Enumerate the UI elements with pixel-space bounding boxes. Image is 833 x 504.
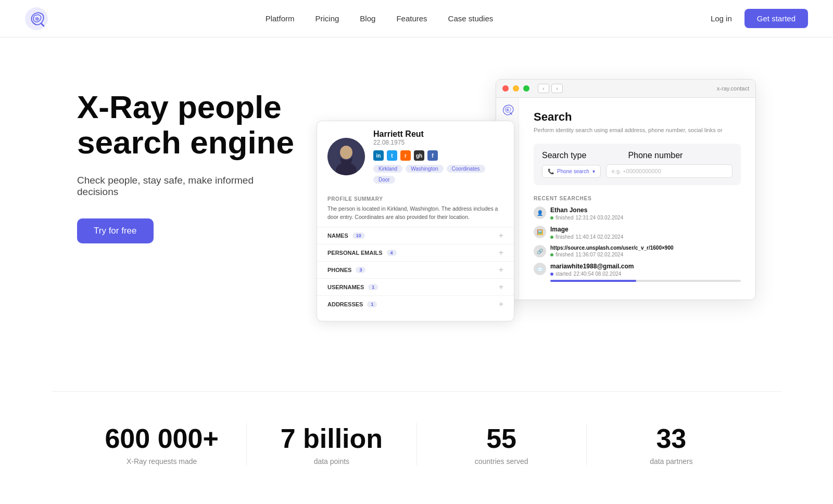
- progress-bar-3: [550, 280, 741, 282]
- progress-fill-3: [550, 280, 636, 282]
- navbar: Platform Pricing Blog Features Case stud…: [0, 0, 833, 37]
- recent-info-3: mariawhite1988@gmail.com started 22:40:5…: [550, 263, 741, 282]
- stat-number-0: 600 000+: [98, 423, 225, 454]
- profile-row-0: NAMES 10 +: [317, 227, 514, 244]
- expand-icon-3[interactable]: +: [499, 282, 503, 292]
- profile-info: Harriett Reut 22.08.1975 in t r gh f Kir…: [373, 130, 503, 184]
- nav-links: Platform Pricing Blog Features Case stud…: [266, 14, 494, 23]
- status-dot-0: [550, 216, 553, 219]
- login-link[interactable]: Log in: [711, 14, 732, 23]
- profile-name: Harriett Reut: [373, 130, 503, 139]
- status-dot-1: [550, 236, 553, 239]
- profile-dob: 22.08.1975: [373, 139, 503, 146]
- profile-summary-text: The person is located in Kirkland, Washi…: [317, 202, 514, 225]
- recent-info-2: https://source.unsplash.com/user/c_v_r/1…: [550, 245, 741, 257]
- profile-row-2: PHONES 3 +: [317, 261, 514, 278]
- phone-number-label: Phone number: [628, 151, 683, 160]
- nav-platform[interactable]: Platform: [266, 14, 295, 23]
- nav-pricing[interactable]: Pricing: [315, 14, 339, 23]
- expand-icon-0[interactable]: +: [499, 231, 503, 240]
- browser-bar: ‹ › x-ray.contact: [496, 80, 755, 98]
- browser-main: Search Perform identity search using ema…: [519, 98, 755, 300]
- recent-status-3: started 22:40:54 08.02.2024: [550, 271, 741, 277]
- profile-badge-2: 3: [356, 267, 365, 273]
- hero-screenshot: ‹ › x-ray.contact 🔍 ⚙: [317, 79, 756, 360]
- phone-search-label: Phone search: [557, 169, 589, 174]
- recent-status-0: finished 12:31:24 03.02.2024: [550, 215, 741, 221]
- profile-tags: Kirkland Washington Coordinates Door: [373, 165, 503, 184]
- profile-row-1: PERSONAL EMAILS 4 +: [317, 244, 514, 261]
- recent-avatar-0: 👤: [534, 206, 546, 219]
- tag-1: Washington: [406, 165, 443, 173]
- profile-row-3: USERNAMES 1 +: [317, 278, 514, 295]
- stat-label-3: data partners: [608, 457, 735, 466]
- search-title: Search: [534, 110, 741, 124]
- stat-2: 55 countries served: [417, 423, 587, 466]
- recent-name-3: mariawhite1988@gmail.com: [550, 263, 741, 270]
- profile-row-label-2: PHONES 3: [327, 267, 365, 273]
- profile-badge-3: 1: [368, 284, 378, 290]
- status-dot-2: [550, 253, 553, 256]
- stat-label-1: data points: [268, 457, 395, 466]
- stat-label-2: countries served: [438, 457, 565, 466]
- get-started-button[interactable]: Get started: [744, 9, 808, 28]
- twitter-icon: t: [387, 150, 397, 161]
- browser-dot-yellow: [513, 85, 519, 92]
- recent-searches-label: RECENT SEARCHES: [534, 196, 741, 201]
- phone-number-input[interactable]: e.g. +00000000000: [606, 164, 733, 178]
- linkedin-icon: in: [373, 150, 384, 161]
- expand-icon-2[interactable]: +: [499, 265, 503, 275]
- nav-case-studies[interactable]: Case studies: [448, 14, 494, 23]
- stat-1: 7 billion data points: [247, 423, 416, 466]
- browser-forward-btn: ›: [551, 84, 563, 93]
- search-form: Search type Phone number 📞 Phone search …: [534, 144, 741, 185]
- nav-blog[interactable]: Blog: [360, 14, 375, 23]
- profile-badge-1: 4: [387, 250, 397, 256]
- profile-row-label-0: NAMES 10: [327, 232, 365, 239]
- hero-title: X-Ray people search engine: [77, 89, 296, 160]
- profile-row-label-3: USERNAMES 1: [327, 284, 378, 290]
- browser-url: x-ray.contact: [717, 85, 749, 92]
- stat-number-3: 33: [608, 423, 735, 454]
- tag-3: Door: [373, 176, 395, 184]
- stat-number-1: 7 billion: [268, 423, 395, 454]
- stat-3: 33 data partners: [587, 423, 756, 466]
- recent-item-3: ✉️ mariawhite1988@gmail.com started 22:4…: [534, 263, 741, 282]
- browser-dot-red: [502, 85, 509, 92]
- nav-features[interactable]: Features: [396, 14, 427, 23]
- browser-dot-green: [523, 85, 529, 92]
- hero-section: X-Ray people search engine Check people,…: [52, 37, 781, 391]
- status-dot-3: [550, 273, 553, 276]
- profile-row-label-4: ADDRESSES 1: [327, 301, 377, 307]
- hero-left: X-Ray people search engine Check people,…: [77, 79, 296, 243]
- sidebar-logo: [501, 104, 514, 119]
- nav-right: Log in Get started: [711, 9, 808, 28]
- browser-window: ‹ › x-ray.contact 🔍 ⚙: [496, 79, 756, 300]
- search-desc: Perform identity search using email addr…: [534, 127, 741, 133]
- expand-icon-4[interactable]: +: [499, 300, 503, 309]
- recent-status-1: finished 11:40:14 02.02.2024: [550, 234, 741, 240]
- try-for-free-button[interactable]: Try for free: [77, 218, 154, 243]
- recent-avatar-2: 🔗: [534, 245, 546, 257]
- github-icon: gh: [414, 150, 424, 161]
- stats-section: 600 000+ X-Ray requests made 7 billion d…: [0, 391, 833, 497]
- search-type-select[interactable]: 📞 Phone search ▾: [542, 165, 601, 178]
- svg-point-2: [506, 109, 509, 111]
- recent-avatar-3: ✉️: [534, 263, 546, 275]
- svg-point-5: [340, 146, 352, 159]
- search-form-inputs: 📞 Phone search ▾ e.g. +00000000000: [542, 164, 733, 178]
- profile-badge-4: 1: [367, 301, 377, 307]
- profile-badge-0: 10: [352, 232, 365, 239]
- stats-grid: 600 000+ X-Ray requests made 7 billion d…: [52, 391, 781, 497]
- recent-name-1: Image: [550, 226, 741, 233]
- profile-row-label-1: PERSONAL EMAILS 4: [327, 250, 397, 256]
- search-form-labels: Search type Phone number: [542, 151, 733, 160]
- profile-header: Harriett Reut 22.08.1975 in t r gh f Kir…: [317, 121, 514, 192]
- tag-2: Coordinates: [447, 165, 485, 173]
- recent-info-0: Ethan Jones finished 12:31:24 03.02.2024: [550, 206, 741, 221]
- browser-content: 🔍 ⚙️ 🕐 🛒 Search Perform identity search …: [496, 98, 755, 300]
- search-type-label: Search type: [542, 151, 586, 160]
- recent-status-2: finished 11:36:07 02.02.2024: [550, 252, 741, 257]
- logo[interactable]: [25, 7, 48, 30]
- expand-icon-1[interactable]: +: [499, 248, 503, 257]
